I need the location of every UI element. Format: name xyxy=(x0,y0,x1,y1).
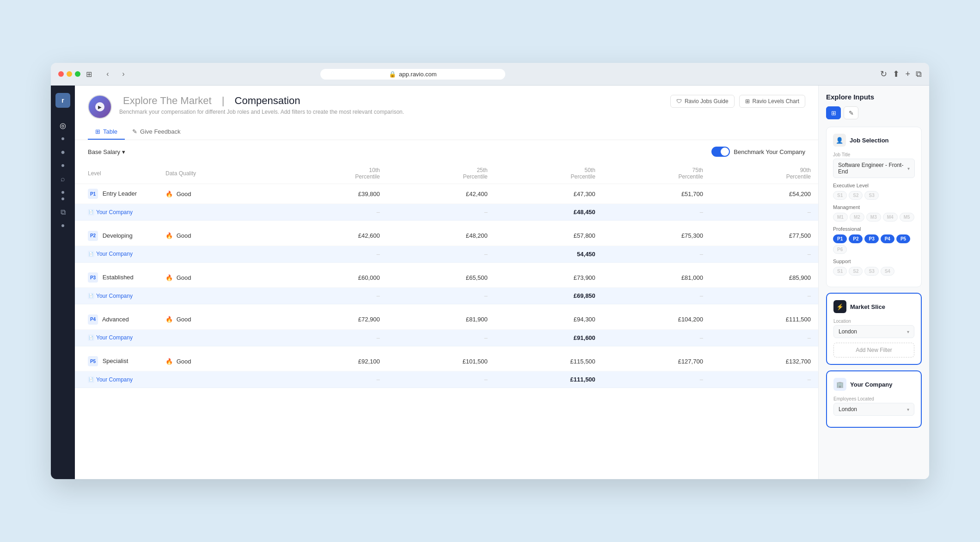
level-tag-sup-s4[interactable]: S4 xyxy=(881,267,894,276)
company-quality xyxy=(158,371,281,388)
level-tag-m3[interactable]: M3 xyxy=(866,213,881,222)
level-tag-p6[interactable]: P6 xyxy=(833,245,847,254)
dot-green[interactable] xyxy=(75,71,80,77)
management-label: Managment xyxy=(833,204,915,210)
page-subtitle: Benchmark your compensation for differen… xyxy=(119,109,404,115)
level-tag-s2[interactable]: S2 xyxy=(849,191,863,200)
dot-red[interactable] xyxy=(58,71,64,77)
sidebar-dot-2 xyxy=(61,164,64,167)
tab-table[interactable]: ⊞ Table xyxy=(88,124,125,140)
level-tag-p3[interactable]: P3 xyxy=(864,234,878,243)
dot-yellow[interactable] xyxy=(67,71,72,77)
job-title-dropdown[interactable]: Software Engineer - Front-End ▾ xyxy=(833,159,915,178)
company-p25: – xyxy=(387,288,495,304)
quality-label: Good xyxy=(177,232,191,239)
level-tag-p1[interactable]: P1 xyxy=(833,234,847,243)
level-badge: P5 xyxy=(88,356,98,366)
person-icon: 👤 xyxy=(833,134,846,147)
level-tag-m5[interactable]: M5 xyxy=(900,213,914,222)
company-link[interactable]: 📄 Your Company xyxy=(88,376,151,383)
table-row-company: 📄 Your Company – – £111,500 – – xyxy=(75,371,818,388)
location-dropdown[interactable]: London ▾ xyxy=(833,325,914,338)
toggle-switch[interactable] xyxy=(711,147,730,157)
level-tag-m4[interactable]: M4 xyxy=(883,213,898,222)
right-panel: Explore Inputs ⊞ ✎ 👤 Job Selection Job T… xyxy=(818,86,929,479)
company-p50: £48,450 xyxy=(495,204,603,221)
table-row-company: 📄 Your Company – – £48,450 – – xyxy=(75,204,818,221)
page-header-top: ▶ Explore The Market | Compensation Benc… xyxy=(88,95,805,119)
ravio-jobs-guide-button[interactable]: 🛡 Ravio Jobs Guide xyxy=(670,95,735,108)
base-salary-dropdown[interactable]: Base Salary ▾ xyxy=(88,148,125,155)
page-title-area: Explore The Market | Compensation Benchm… xyxy=(119,95,404,115)
forward-button[interactable]: › xyxy=(117,68,130,80)
quality-cell: 🔥 Good xyxy=(158,351,281,371)
level-tag-sup-s1[interactable]: S1 xyxy=(833,267,847,276)
sidebar-dot-1 xyxy=(61,137,64,140)
panel-view-table-btn[interactable]: ⊞ xyxy=(826,106,841,119)
reload-icon[interactable]: ↻ xyxy=(880,69,887,79)
market-slice-title: Market Slice xyxy=(850,303,885,310)
level-tag-p5[interactable]: P5 xyxy=(896,234,910,243)
level-tag-sup-s3[interactable]: S3 xyxy=(864,267,878,276)
level-tag-p4[interactable]: P4 xyxy=(881,234,894,243)
table-row: P5 Specialist 🔥 Good £92,100 £101,500 £1… xyxy=(75,351,818,371)
company-p90: – xyxy=(710,288,818,304)
company-link[interactable]: 📄 Your Company xyxy=(88,251,151,257)
company-link[interactable]: 📄 Your Company xyxy=(88,209,151,216)
shield-icon: 🛡 xyxy=(676,98,682,105)
table-row: P3 Established 🔥 Good £60,000 £65,500 £7… xyxy=(75,268,818,288)
row-spacer xyxy=(75,346,818,351)
company-p50: £91,600 xyxy=(495,329,603,346)
sidebar-item-search[interactable]: ⌕ xyxy=(55,171,71,187)
level-tag-s1[interactable]: S1 xyxy=(833,191,847,200)
company-link[interactable]: 📄 Your Company xyxy=(88,334,151,341)
p25-good: £42,400 xyxy=(387,184,495,204)
quality-label: Good xyxy=(177,274,191,281)
quality-cell: 🔥 Good xyxy=(158,184,281,204)
p75-good: £127,700 xyxy=(603,351,710,371)
page-header-left: ▶ Explore The Market | Compensation Benc… xyxy=(88,95,404,119)
grid-icon: ⊞ xyxy=(745,98,750,105)
p50-good: £115,500 xyxy=(495,351,603,371)
company-cell: 📄 Your Company xyxy=(75,204,158,221)
sidebar-item-compass[interactable]: ◎ xyxy=(55,117,71,134)
level-tag-sup-s2[interactable]: S2 xyxy=(849,267,863,276)
employees-dropdown[interactable]: London ▾ xyxy=(833,403,914,416)
sidebar-item-layers[interactable]: ⧉ xyxy=(55,204,71,221)
row-spacer xyxy=(75,221,818,226)
sidebar-item-circle[interactable]: ● xyxy=(55,144,71,160)
ravio-levels-chart-button[interactable]: ⊞ Ravio Levels Chart xyxy=(739,95,805,108)
p50-good: £57,800 xyxy=(495,226,603,246)
level-tag-m2[interactable]: M2 xyxy=(850,213,864,222)
company-icon: 📄 xyxy=(88,334,94,341)
level-tag-s3[interactable]: S3 xyxy=(864,191,878,200)
company-p25: – xyxy=(387,329,495,346)
company-p75: – xyxy=(603,288,710,304)
sidebar-logo[interactable]: r xyxy=(55,93,70,108)
company-p75: – xyxy=(603,371,710,388)
company-link[interactable]: 📄 Your Company xyxy=(88,293,151,299)
share-icon[interactable]: ⬆ xyxy=(893,69,900,79)
level-badge: P4 xyxy=(88,314,98,325)
quality-icon: 🔥 xyxy=(165,274,173,281)
level-tag-p2[interactable]: P2 xyxy=(849,234,863,243)
employees-label: Employees Located xyxy=(833,396,914,401)
company-quality xyxy=(158,288,281,304)
windows-icon[interactable]: ⧉ xyxy=(916,69,922,79)
tab-feedback[interactable]: ✎ Give Feedback xyxy=(125,124,188,140)
add-filter-button[interactable]: Add New Filter xyxy=(833,343,914,357)
p25-good: £48,200 xyxy=(387,226,495,246)
back-button[interactable]: ‹ xyxy=(101,68,114,80)
sidebar-toggle-icon[interactable]: ⊞ xyxy=(86,70,92,79)
quality-label: Good xyxy=(177,358,191,365)
panel-view-edit-btn[interactable]: ✎ xyxy=(844,106,858,119)
level-tag-m1[interactable]: M1 xyxy=(833,213,848,222)
table-row: P4 Advanced 🔥 Good £72,900 £81,900 £94,3… xyxy=(75,310,818,330)
executive-level-label: Executive Level xyxy=(833,183,915,188)
p75-good: £104,200 xyxy=(603,310,710,330)
new-tab-icon[interactable]: + xyxy=(905,69,910,79)
job-selection-card: 👤 Job Selection Job Title Software Engin… xyxy=(826,127,922,287)
data-table: Level Data Quality 10thPercentile 25thPe… xyxy=(75,163,818,394)
avatar-play-icon[interactable]: ▶ xyxy=(95,102,104,111)
address-bar[interactable]: 🔒 app.ravio.com xyxy=(320,69,505,80)
